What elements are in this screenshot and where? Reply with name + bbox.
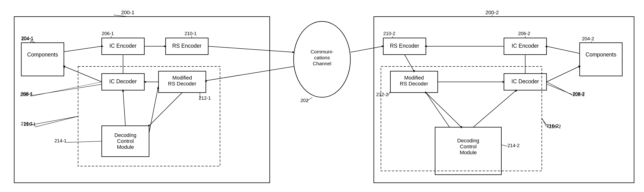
label-210-2: 210-2 xyxy=(383,31,395,36)
label-212-2: 212-2 xyxy=(376,92,388,97)
label-206-2: 206-2 xyxy=(518,31,530,36)
lbl-216-1: 216-1 xyxy=(21,121,33,126)
left-dcm-text2: Control xyxy=(117,138,134,144)
comm-channel-text1: Communi- xyxy=(311,49,334,54)
lbl-204-1: 204-1 xyxy=(21,36,33,41)
right-dcm-text3: Module xyxy=(460,150,477,155)
left-ic-encoder-text: IC Encoder xyxy=(109,43,136,49)
lbl-216-2b: 216-2 xyxy=(546,123,558,128)
label-204-2: 204-2 xyxy=(582,36,594,41)
lbl-208-2b: 208-2 xyxy=(572,91,584,96)
right-dcm-text2: Control xyxy=(460,144,477,150)
left-ic-decoder-text: IC Decoder xyxy=(109,78,137,84)
left-dcm-text3: Module xyxy=(117,144,134,150)
left-mod-rs-decoder-text2: RS Decoder xyxy=(168,81,196,87)
comm-channel-text3: Channel xyxy=(313,61,331,66)
right-dcm-text1: Decoding xyxy=(457,138,479,144)
right-rs-encoder-text: RS Encoder xyxy=(390,43,419,49)
label-212-1: 212-1 xyxy=(199,95,211,101)
right-ic-decoder-text: IC Decoder xyxy=(512,78,539,84)
right-mod-rs-decoder-text2: RS Decoder xyxy=(400,81,428,87)
label-200-2: 200-2 xyxy=(486,10,499,16)
label-202: 202 xyxy=(300,98,308,103)
label-210-1: 210-1 xyxy=(184,31,196,36)
label-200-1: 200-1 xyxy=(121,10,134,16)
comm-channel-text2: cations xyxy=(314,55,330,60)
svg-rect-21 xyxy=(580,43,622,76)
label-214-2: 214-2 xyxy=(508,143,520,148)
label-214-1: 214-1 xyxy=(54,138,66,143)
right-ic-encoder-text: IC Encoder xyxy=(512,43,539,49)
left-components-text: Components xyxy=(27,51,58,58)
label-206-1: 206-1 xyxy=(102,31,114,36)
left-dcm-text1: Decoding xyxy=(114,132,136,138)
left-mod-rs-decoder-text1: Modified xyxy=(172,75,192,81)
svg-rect-3 xyxy=(21,43,64,76)
left-rs-encoder-text: RS Encoder xyxy=(172,43,202,49)
diagram-container: 200-1 Components 204-1 IC Encoder 206-1 … xyxy=(0,0,644,192)
right-mod-rs-decoder-text1: Modified xyxy=(404,75,424,81)
lbl-208-1: 208-1 xyxy=(21,91,33,96)
right-components-text: Components xyxy=(586,51,616,58)
